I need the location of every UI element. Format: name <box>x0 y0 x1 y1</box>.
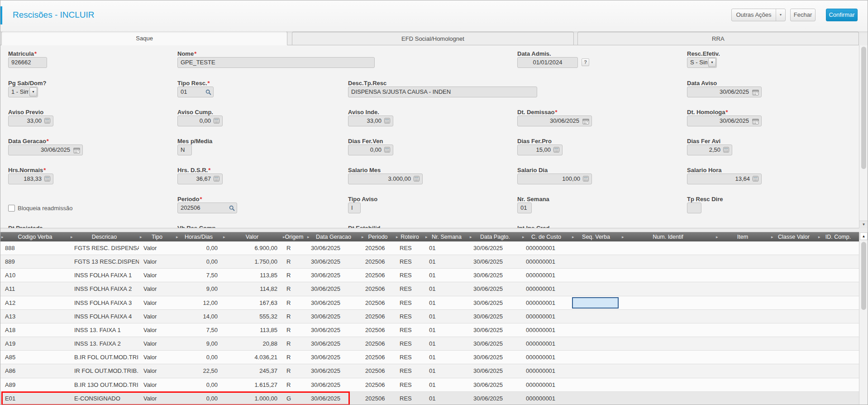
grid-cell[interactable]: 01 <box>424 296 469 309</box>
grid-cell[interactable]: 113,85 <box>222 323 282 337</box>
grid-cell[interactable]: B.IR FOL OUT.MOD.TRI <box>70 351 139 364</box>
grid-cell[interactable]: 0,00 <box>175 241 222 255</box>
grid-cell[interactable]: RES <box>395 310 424 323</box>
grid-cell[interactable]: A13 <box>0 310 70 323</box>
pg-sab-dom-input[interactable]: 1 - Sim▼ <box>8 87 38 97</box>
grid-cell[interactable] <box>571 241 621 255</box>
grid-cell[interactable]: 555,32 <box>222 310 282 323</box>
grid-cell[interactable]: 000000001 <box>521 241 571 255</box>
grid-cell[interactable] <box>770 255 817 268</box>
grid-cell[interactable]: 30/06/2025 <box>306 378 361 391</box>
grid-cell[interactable] <box>715 282 770 295</box>
grid-cell[interactable]: R <box>282 310 306 323</box>
column-header-num-identif[interactable]: ▸Num. Identif <box>621 232 715 241</box>
grid-cell[interactable]: 01 <box>424 351 469 364</box>
aviso-previo-input[interactable]: 33,00 <box>8 116 53 126</box>
table-row-a86[interactable]: A86IR FOL OUT.MOD.TRIB.Valor22,50245,37R… <box>0 364 859 378</box>
grid-cell[interactable]: 000000001 <box>521 392 571 405</box>
grid-cell[interactable]: 22,50 <box>175 364 222 377</box>
grid-cell[interactable] <box>571 351 621 364</box>
grid-cell[interactable]: A89 <box>0 378 70 391</box>
grid-cell[interactable]: 14,00 <box>175 310 222 323</box>
grid-cell[interactable]: Valor <box>139 310 175 323</box>
grid-cell[interactable] <box>770 364 817 377</box>
grid-cell[interactable]: A10 <box>0 269 70 282</box>
grid-cell[interactable]: 20,88 <box>222 337 282 350</box>
grid-cell[interactable] <box>770 392 817 405</box>
grid-cell[interactable]: 01 <box>424 392 469 405</box>
grid-cell[interactable]: A11 <box>0 282 70 295</box>
grid-cell[interactable]: 202506 <box>361 296 395 309</box>
grid-cell[interactable]: R <box>282 269 306 282</box>
grid-cell[interactable]: 0,00 <box>175 378 222 391</box>
close-button[interactable]: Fechar <box>790 9 816 21</box>
grid-cell[interactable]: 30/06/2025 <box>469 323 521 337</box>
column-header-nr-semana[interactable]: ▸Nr. Semana <box>424 232 469 241</box>
grid-cell[interactable]: 202506 <box>361 323 395 337</box>
table-row-a13[interactable]: A13INSS FOLHA FAIXA 4Valor14,00555,32R30… <box>0 310 859 323</box>
grid-cell[interactable]: 01 <box>424 282 469 295</box>
grid-cell[interactable]: Valor <box>139 378 175 391</box>
column-header-tipo[interactable]: ▸Tipo <box>139 232 175 241</box>
grid-cell[interactable]: Valor <box>139 337 175 350</box>
grid-cell[interactable]: 30/06/2025 <box>469 337 521 350</box>
grid-cell[interactable] <box>571 337 621 350</box>
grid-cell[interactable]: RES <box>395 323 424 337</box>
grid-cell[interactable]: B.IR 13O OUT.MOD.TRI <box>70 378 139 391</box>
grid-cell[interactable]: 30/06/2025 <box>306 241 361 255</box>
grid-cell[interactable]: 9,00 <box>175 282 222 295</box>
aviso-cump-input[interactable]: 0,00 <box>177 116 223 126</box>
grid-cell[interactable] <box>770 241 817 255</box>
grid-cell[interactable] <box>715 241 770 255</box>
grid-cell[interactable]: 202506 <box>361 310 395 323</box>
column-header-periodo[interactable]: ▸Periodo <box>361 232 395 241</box>
table-row-a89[interactable]: A89B.IR 13O OUT.MOD.TRIValor0,001.615,27… <box>0 378 859 392</box>
grid-cell[interactable] <box>817 337 859 350</box>
grid-cell[interactable]: 01 <box>424 241 469 255</box>
grid-cell[interactable]: 000000001 <box>521 310 571 323</box>
grid-cell[interactable]: 01 <box>424 255 469 268</box>
dropdown-arrow-icon[interactable]: ▼ <box>708 58 716 67</box>
grid-cell[interactable]: 202506 <box>361 337 395 350</box>
grid-cell[interactable]: 30/06/2025 <box>306 351 361 364</box>
grid-cell[interactable]: Valor <box>139 241 175 255</box>
salario-mes-input[interactable]: 3.000,00 <box>348 174 423 184</box>
grid-cell[interactable]: 7,50 <box>175 269 222 282</box>
table-row-a19[interactable]: A19INSS 13. FAIXA 2Valor9,0020,88R30/06/… <box>0 337 859 351</box>
grid-cell[interactable]: 01 <box>424 269 469 282</box>
tab-rra[interactable]: RRA <box>577 32 859 45</box>
dt-demissao-input[interactable]: 30/06/2025 <box>517 116 592 126</box>
grid-cell[interactable]: 202506 <box>361 364 395 377</box>
grid-cell[interactable]: 30/06/2025 <box>306 310 361 323</box>
grid-cell[interactable]: RES <box>395 364 424 377</box>
grid-cell[interactable] <box>715 378 770 391</box>
grid-cell[interactable]: INSS FOLHA FAIXA 1 <box>70 269 139 282</box>
grid-cell[interactable] <box>621 282 715 295</box>
hrs-dsr-input[interactable]: 36,67 <box>177 174 223 184</box>
column-header-c-de-custo[interactable]: ▸C. de Custo <box>521 232 571 241</box>
scrollbar-thumb[interactable] <box>861 47 866 169</box>
grid-cell[interactable]: 202506 <box>361 282 395 295</box>
grid-cell[interactable]: 000000001 <box>521 323 571 337</box>
table-row-a18[interactable]: A18INSS 13. FAIXA 1Valor7,50113,85R30/06… <box>0 323 859 337</box>
tipo-resc-input[interactable]: 01 <box>177 87 214 97</box>
grid-cell[interactable]: 113,85 <box>222 269 282 282</box>
grid-cell[interactable]: R <box>282 351 306 364</box>
grid-cell[interactable]: 114,82 <box>222 282 282 295</box>
grid-cell[interactable] <box>621 351 715 364</box>
grid-cell[interactable] <box>770 378 817 391</box>
dias-fer-avi-input[interactable]: 2,50 <box>687 145 732 155</box>
grid-cell[interactable]: RES <box>395 241 424 255</box>
grid-cell[interactable]: 30/06/2025 <box>306 269 361 282</box>
grid-cell[interactable] <box>817 323 859 337</box>
column-header-descricao[interactable]: ▸Descricao <box>70 232 139 241</box>
grid-cell[interactable]: R <box>282 364 306 377</box>
grid-cell[interactable] <box>621 310 715 323</box>
salario-hora-input[interactable]: 13,64 <box>687 174 762 184</box>
grid-cell[interactable]: 888 <box>0 241 70 255</box>
grid-cell[interactable] <box>621 255 715 268</box>
grid-cell[interactable] <box>621 364 715 377</box>
grid-cell[interactable]: FGTS 13 RESC.DISPENS <box>70 255 139 268</box>
grid-cell[interactable] <box>817 392 859 405</box>
table-row-a11[interactable]: A11INSS FOLHA FAIXA 2Valor9,00114,82R30/… <box>0 282 859 296</box>
